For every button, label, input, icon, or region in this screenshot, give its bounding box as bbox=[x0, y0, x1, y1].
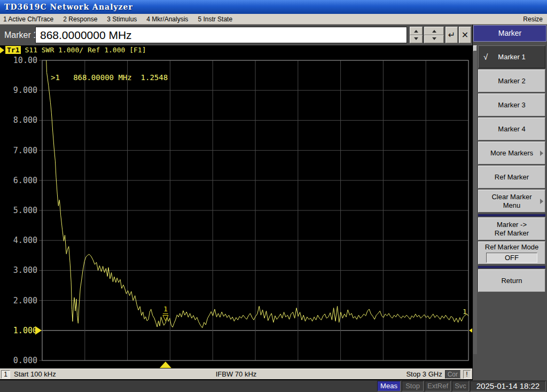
start-frequency-label: Start 100 kHz bbox=[14, 370, 56, 378]
menu-mkr-analysis[interactable]: 4 Mkr/Analysis bbox=[146, 15, 188, 23]
entry-enter-button[interactable]: ↵ bbox=[446, 27, 458, 43]
sidebar-button-more-markers[interactable]: More Markers bbox=[478, 142, 545, 164]
button-label: More Markers bbox=[490, 149, 533, 158]
ifbw-label: IFBW 70 kHz bbox=[216, 370, 257, 378]
menu-active-ch-trace[interactable]: 1 Active Ch/Trace bbox=[3, 15, 53, 23]
sidebar-button-clear-marker-menu[interactable]: Clear Marker Menu bbox=[478, 190, 545, 213]
sidebar-scroll-track[interactable] bbox=[473, 45, 477, 354]
fine-stepper bbox=[410, 27, 423, 43]
down-arrow-icon bbox=[414, 37, 418, 40]
svg-text:8.000: 8.000 bbox=[13, 115, 37, 125]
softkey-sidebar: Marker √ Marker 1 Marker 2 Marker 3 Mark… bbox=[473, 25, 547, 380]
sidebar-button-marker-1[interactable]: √ Marker 1 bbox=[478, 45, 545, 68]
sidebar-button-ref-marker[interactable]: Ref Marker bbox=[478, 166, 545, 189]
down-arrow-icon bbox=[432, 37, 436, 40]
sidebar-button-return[interactable]: Return bbox=[478, 269, 545, 292]
svg-text:3.000: 3.000 bbox=[13, 265, 37, 275]
sidebar-separator bbox=[478, 214, 545, 216]
coarse-stepper bbox=[424, 27, 444, 43]
submenu-arrow-icon bbox=[540, 151, 543, 156]
menu-resize[interactable]: Resize bbox=[523, 15, 547, 23]
app-window: TD3619C Network Analyzer 1 Active Ch/Tra… bbox=[0, 0, 547, 392]
menu-response[interactable]: 2 Response bbox=[63, 15, 97, 23]
menu-instr-state[interactable]: 5 Instr State bbox=[198, 15, 232, 23]
meas-status-indicator: Meas bbox=[377, 381, 401, 391]
extref-status-indicator: ExtRef bbox=[425, 381, 451, 391]
marker-readout: >1 868.00000 MHz 1.2548 bbox=[51, 73, 168, 82]
svg-text:0.000: 0.000 bbox=[13, 356, 37, 365]
button-label-line2: Menu bbox=[503, 201, 521, 210]
title-bar[interactable]: TD3619C Network Analyzer bbox=[0, 0, 547, 14]
close-icon: ✕ bbox=[462, 30, 468, 40]
window-title: TD3619C Network Analyzer bbox=[4, 3, 133, 11]
trace-header: Tr1 S11 SWR 1.000/ Ref 1.000 [F1] bbox=[0, 46, 146, 54]
menu-bar: 1 Active Ch/Trace 2 Response 3 Stimulus … bbox=[0, 14, 547, 25]
button-label: Marker -> bbox=[497, 221, 527, 229]
up-arrow-icon bbox=[432, 30, 436, 33]
up-arrow-icon bbox=[414, 30, 418, 33]
menu-stimulus[interactable]: 3 Stimulus bbox=[107, 15, 137, 23]
button-label: Marker 2 bbox=[498, 77, 525, 85]
button-label: Marker 1 bbox=[498, 53, 525, 61]
sidebar-scroll-thumb[interactable] bbox=[473, 45, 477, 51]
swr-chart[interactable]: 10.009.0008.0007.0006.0005.0004.0003.000… bbox=[0, 45, 472, 369]
ref-marker-mode-state: OFF bbox=[486, 253, 537, 263]
button-label: Clear Marker bbox=[491, 193, 532, 201]
active-trace-arrow-icon bbox=[0, 47, 4, 53]
softkey-menu-title: Marker bbox=[473, 25, 546, 42]
sidebar-button-marker-4[interactable]: Marker 4 bbox=[478, 117, 545, 140]
svg-text:5.000: 5.000 bbox=[13, 206, 37, 215]
check-icon: √ bbox=[483, 53, 488, 61]
button-label: Ref Marker bbox=[495, 173, 529, 182]
svg-text:2.000: 2.000 bbox=[13, 296, 37, 305]
fine-step-up-button[interactable] bbox=[410, 27, 423, 35]
svg-text:1: 1 bbox=[163, 305, 168, 313]
fine-step-down-button[interactable] bbox=[410, 35, 423, 44]
chart-area: 10.009.0008.0007.0006.0005.0004.0003.000… bbox=[0, 45, 472, 369]
entry-close-button[interactable]: ✕ bbox=[459, 27, 471, 43]
marker-frequency-input[interactable] bbox=[35, 27, 407, 43]
svg-text:4.000: 4.000 bbox=[13, 236, 37, 245]
channel-number-badge: 1 bbox=[1, 370, 10, 379]
svc-status-indicator: Svc bbox=[452, 381, 469, 391]
button-label: Return bbox=[501, 277, 522, 285]
coarse-step-down-button[interactable] bbox=[424, 35, 444, 44]
sidebar-button-marker-2[interactable]: Marker 2 bbox=[478, 69, 545, 92]
trace-id-badge[interactable]: Tr1 bbox=[5, 46, 21, 54]
coarse-step-up-button[interactable] bbox=[424, 27, 444, 35]
button-label: Marker 3 bbox=[498, 101, 525, 109]
svg-text:10.00: 10.00 bbox=[13, 56, 37, 65]
stimulus-bar: 1 Start 100 kHz IFBW 70 kHz Stop 3 GHz C… bbox=[0, 369, 472, 379]
enter-icon: ↵ bbox=[448, 30, 455, 40]
svg-text:7.000: 7.000 bbox=[13, 146, 37, 155]
svg-text:9.000: 9.000 bbox=[13, 85, 37, 95]
stop-status-indicator: Stop bbox=[402, 381, 424, 391]
svg-text:1: 1 bbox=[463, 308, 467, 316]
submenu-arrow-icon bbox=[540, 199, 543, 204]
stop-frequency-label: Stop 3 GHz bbox=[406, 370, 442, 378]
warning-indicator: ! bbox=[463, 370, 471, 379]
sidebar-separator bbox=[478, 266, 545, 268]
sidebar-button-ref-marker-mode[interactable]: Ref Marker Mode OFF bbox=[478, 241, 545, 264]
marker-entry-bar: Marker 1 ↵ ✕ bbox=[0, 25, 472, 45]
status-bar: Meas Stop ExtRef Svc 2025-01-14 18:22 bbox=[0, 380, 547, 392]
correction-indicator: Cor bbox=[445, 370, 460, 379]
datetime-display: 2025-01-14 18:22 bbox=[470, 381, 546, 391]
svg-text:1.000: 1.000 bbox=[13, 326, 37, 335]
sidebar-button-marker-3[interactable]: Marker 3 bbox=[478, 93, 545, 116]
sidebar-button-marker-to-ref[interactable]: Marker -> Ref Marker bbox=[478, 217, 545, 240]
button-label: Ref Marker Mode bbox=[485, 243, 538, 252]
button-label: Marker 4 bbox=[498, 125, 525, 134]
button-label-line2: Ref Marker bbox=[495, 229, 529, 238]
trace-info-text: S11 SWR 1.000/ Ref 1.000 [F1] bbox=[25, 46, 146, 54]
marker-entry-label: Marker 1 bbox=[4, 25, 38, 45]
svg-text:6.000: 6.000 bbox=[13, 176, 37, 185]
